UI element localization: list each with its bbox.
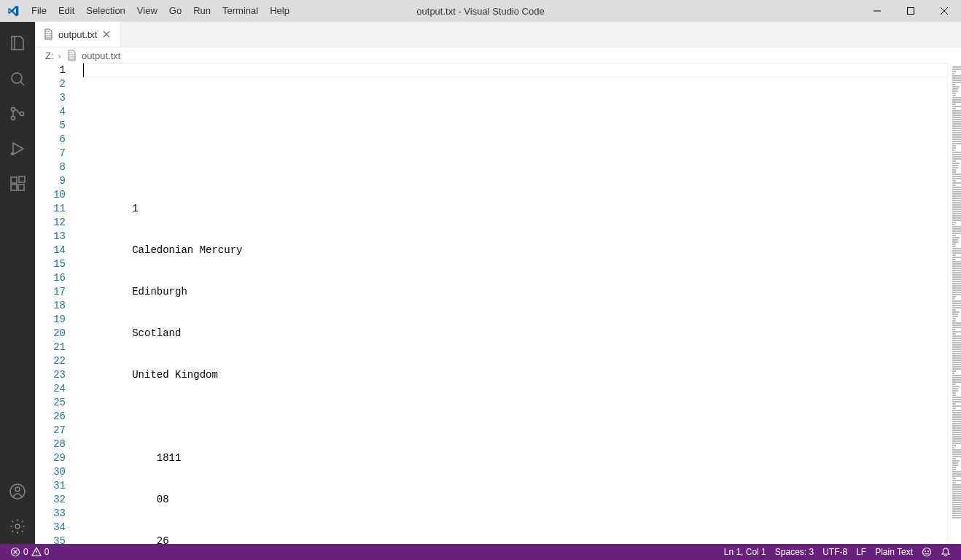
line-number: 14 — [35, 244, 66, 257]
line-number: 24 — [35, 382, 66, 396]
menu-file[interactable]: File — [26, 0, 52, 22]
line-number: 26 — [35, 410, 66, 424]
breadcrumb-root[interactable]: Z: — [45, 50, 54, 61]
minimap[interactable] — [947, 63, 961, 544]
status-notifications-icon[interactable] — [936, 544, 955, 560]
menu-terminal[interactable]: Terminal — [217, 0, 264, 22]
line-number: 4 — [35, 105, 66, 119]
code-line — [82, 410, 947, 424]
svg-point-20 — [928, 551, 929, 552]
breadcrumb-file[interactable]: output.txt — [82, 50, 120, 61]
line-number: 29 — [35, 451, 66, 465]
window-controls — [860, 0, 961, 22]
line-number: 34 — [35, 521, 66, 534]
line-number: 21 — [35, 341, 66, 354]
code-line: Caledonian Mercury — [82, 244, 947, 257]
main-area: output.txt Z: › output.txt — [0, 22, 961, 544]
code-line: 1811 — [82, 451, 947, 465]
status-cursor-position[interactable]: Ln 1, Col 1 — [720, 544, 771, 560]
status-indentation[interactable]: Spaces: 3 — [771, 544, 818, 560]
breadcrumb[interactable]: Z: › output.txt — [35, 47, 961, 63]
editor-tabs: output.txt — [35, 22, 961, 47]
menu-run[interactable]: Run — [187, 0, 217, 22]
svg-point-18 — [923, 548, 931, 556]
title-bar: File Edit Selection View Go Run Terminal… — [0, 0, 961, 22]
line-number: 27 — [35, 424, 66, 438]
svg-point-3 — [12, 117, 15, 120]
minimize-button[interactable] — [860, 0, 894, 22]
minimap-content — [948, 63, 961, 522]
file-icon — [66, 50, 77, 61]
svg-point-4 — [20, 112, 24, 116]
tab-close-icon[interactable] — [101, 29, 113, 39]
line-number: 35 — [35, 534, 66, 544]
explorer-icon[interactable] — [0, 26, 35, 61]
status-warnings-count: 0 — [44, 547, 50, 557]
line-number: 20 — [35, 327, 66, 341]
line-number: 12 — [35, 216, 66, 230]
tab-output-txt[interactable]: output.txt — [35, 22, 121, 47]
status-language-mode[interactable]: Plain Text — [871, 544, 917, 560]
line-number: 8 — [35, 160, 66, 174]
line-number: 10 — [35, 188, 66, 202]
line-number: 3 — [35, 91, 66, 105]
extensions-icon[interactable] — [0, 166, 35, 201]
menu-selection[interactable]: Selection — [80, 0, 131, 22]
close-button[interactable] — [927, 0, 961, 22]
line-number: 18 — [35, 299, 66, 313]
code-line — [82, 119, 947, 133]
svg-point-5 — [11, 152, 14, 155]
svg-rect-7 — [11, 184, 17, 190]
svg-point-19 — [925, 551, 926, 552]
run-debug-icon[interactable] — [0, 131, 35, 166]
line-number: 11 — [35, 202, 66, 216]
editor-group: output.txt Z: › output.txt — [35, 22, 961, 544]
tab-label: output.txt — [58, 29, 97, 40]
code-line: Scotland — [82, 327, 947, 341]
code-line: United Kingdom — [82, 368, 947, 382]
line-number: 31 — [35, 479, 66, 493]
menu-edit[interactable]: Edit — [52, 0, 80, 22]
menu-help[interactable]: Help — [264, 0, 295, 22]
chevron-right-icon: › — [58, 50, 61, 61]
line-number: 22 — [35, 354, 66, 368]
svg-point-2 — [12, 108, 15, 112]
line-number: 15 — [35, 257, 66, 271]
source-control-icon[interactable] — [0, 96, 35, 131]
menu-view[interactable]: View — [131, 0, 163, 22]
line-number: 19 — [35, 313, 66, 327]
current-line-highlight — [82, 63, 947, 77]
text-editor[interactable]: 1 2 3 4 5 6 7 8 9 10 11 12 13 14 15 16 1… — [35, 63, 961, 544]
code-line: 26 — [82, 534, 947, 544]
svg-rect-9 — [19, 176, 25, 182]
status-eol[interactable]: LF — [852, 544, 871, 560]
accounts-icon[interactable] — [0, 474, 35, 509]
status-encoding[interactable]: UTF-8 — [818, 544, 852, 560]
line-number: 30 — [35, 465, 66, 479]
status-errors-count: 0 — [23, 547, 28, 557]
svg-point-1 — [12, 73, 22, 83]
activity-bar — [0, 22, 35, 544]
line-number: 33 — [35, 507, 66, 521]
maximize-button[interactable] — [894, 0, 927, 22]
svg-rect-0 — [908, 8, 914, 15]
line-number: 1 — [35, 63, 66, 77]
line-number: 13 — [35, 230, 66, 244]
svg-rect-6 — [11, 177, 17, 183]
editor-content[interactable]: 1 Caledonian Mercury Edinburgh Scotland … — [82, 63, 947, 544]
line-number: 25 — [35, 396, 66, 410]
search-icon[interactable] — [0, 61, 35, 96]
line-number: 5 — [35, 119, 66, 133]
line-number: 28 — [35, 438, 66, 451]
status-problems[interactable]: 0 0 — [6, 544, 53, 560]
line-number: 32 — [35, 493, 66, 507]
svg-point-11 — [15, 487, 20, 491]
code-line: Edinburgh — [82, 285, 947, 299]
file-icon — [42, 28, 54, 40]
text-cursor — [83, 63, 84, 77]
status-feedback-icon[interactable] — [917, 544, 936, 560]
settings-gear-icon[interactable] — [0, 509, 35, 544]
menu-go[interactable]: Go — [163, 0, 187, 22]
code-line — [82, 160, 947, 174]
vscode-logo-icon — [0, 5, 26, 17]
